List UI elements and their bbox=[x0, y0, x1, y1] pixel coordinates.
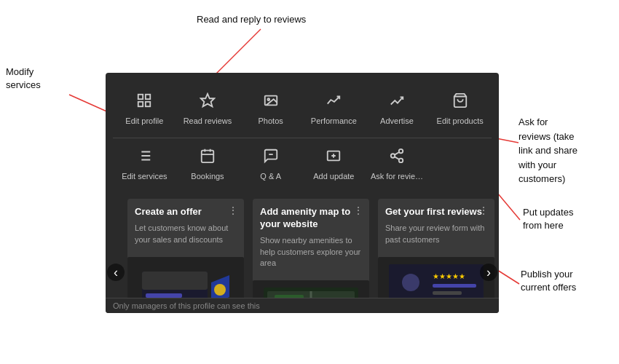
card-offer[interactable]: ⋮ Create an offer Let customers know abo… bbox=[127, 199, 244, 313]
edit-products-label: Edit products bbox=[437, 116, 484, 126]
ask-reviews-label: Ask for revie… bbox=[371, 172, 423, 181]
card-reviews-desc: Share your review form with past custome… bbox=[385, 223, 487, 245]
cards-wrapper: ‹ ⋮ Create an offer Let customers know a… bbox=[106, 194, 499, 313]
trend-icon bbox=[322, 89, 345, 112]
annotation-modify-services: Modify services bbox=[6, 66, 41, 92]
svg-text:★★★★★: ★★★★★ bbox=[433, 272, 465, 280]
empty-slot bbox=[428, 138, 492, 187]
card-amenity[interactable]: ⋮ Add amenity map to your website Show n… bbox=[253, 199, 369, 313]
edit-services-label: Edit services bbox=[122, 172, 167, 181]
photo-icon bbox=[259, 89, 283, 112]
prev-arrow[interactable]: ‹ bbox=[107, 264, 125, 281]
card-offer-menu[interactable]: ⋮ bbox=[228, 205, 238, 216]
cards-container: ⋮ Create an offer Let customers know abo… bbox=[106, 199, 499, 313]
card-offer-desc: Let customers know about your sales and … bbox=[135, 223, 237, 245]
svg-marker-9 bbox=[201, 94, 214, 106]
card-reviews-content: ⋮ Get your first reviews Share your revi… bbox=[378, 199, 494, 253]
card-reviews[interactable]: ⋮ Get your first reviews Share your revi… bbox=[378, 199, 494, 313]
add-img-icon bbox=[322, 144, 345, 167]
svg-point-47 bbox=[402, 274, 419, 291]
card-reviews-title: Get your first reviews bbox=[385, 206, 487, 218]
advertise-button[interactable]: Advertise bbox=[366, 83, 429, 132]
performance-button[interactable]: Performance bbox=[302, 83, 366, 132]
read-reviews-label: Read reviews bbox=[184, 116, 232, 126]
main-panel: Edit profile Read reviews Photos bbox=[106, 73, 499, 313]
edit-services-button[interactable]: Edit services bbox=[113, 138, 176, 187]
calendar-icon bbox=[196, 144, 219, 167]
annotation-put-updates: Put updates from here bbox=[523, 206, 573, 232]
svg-rect-5 bbox=[138, 95, 143, 99]
next-arrow[interactable]: › bbox=[480, 264, 497, 281]
qa-button[interactable]: Q & A bbox=[239, 138, 302, 187]
photos-button[interactable]: Photos bbox=[239, 83, 302, 132]
bookings-button[interactable]: Bookings bbox=[176, 138, 240, 187]
star-icon bbox=[196, 89, 219, 112]
card-reviews-menu[interactable]: ⋮ bbox=[478, 205, 489, 216]
icon-grid-row1: Edit profile Read reviews Photos bbox=[106, 73, 499, 138]
bag-icon bbox=[449, 89, 472, 112]
read-reviews-button[interactable]: Read reviews bbox=[176, 83, 240, 132]
card-amenity-menu[interactable]: ⋮ bbox=[353, 205, 363, 216]
annotation-ask-reviews: Ask for reviews (take link and share wit… bbox=[519, 115, 577, 186]
edit-products-button[interactable]: Edit products bbox=[428, 83, 492, 132]
share-icon bbox=[385, 144, 409, 167]
svg-point-28 bbox=[391, 154, 395, 158]
annotation-read-reviews: Read and reply to reviews bbox=[197, 13, 306, 26]
add-update-label: Add update bbox=[313, 172, 354, 181]
svg-point-37 bbox=[214, 284, 226, 296]
advertise-label: Advertise bbox=[380, 116, 414, 126]
svg-point-11 bbox=[267, 98, 269, 100]
ask-reviews-button[interactable]: Ask for revie… bbox=[366, 138, 429, 187]
svg-rect-7 bbox=[138, 102, 143, 106]
card-amenity-content: ⋮ Add amenity map to your website Show n… bbox=[253, 199, 369, 276]
edit-profile-button[interactable]: Edit profile bbox=[113, 83, 176, 132]
svg-rect-6 bbox=[146, 95, 150, 99]
performance-label: Performance bbox=[311, 116, 357, 126]
panel-footer: Only managers of this profile can see th… bbox=[106, 298, 499, 313]
qa-label: Q & A bbox=[260, 172, 281, 181]
add-update-button[interactable]: Add update bbox=[302, 138, 366, 187]
card-offer-content: ⋮ Create an offer Let customers know abo… bbox=[127, 199, 244, 253]
svg-rect-49 bbox=[433, 284, 476, 288]
card-offer-title: Create an offer bbox=[135, 206, 237, 218]
svg-point-29 bbox=[399, 159, 403, 163]
svg-line-31 bbox=[395, 152, 399, 155]
icon-grid-row2: Edit services Bookings Q & A bbox=[106, 138, 499, 194]
list-icon bbox=[133, 144, 156, 167]
svg-rect-50 bbox=[433, 291, 462, 295]
grid-icon bbox=[133, 89, 156, 112]
edit-profile-label: Edit profile bbox=[125, 116, 163, 126]
svg-rect-8 bbox=[146, 102, 150, 106]
svg-rect-33 bbox=[142, 272, 208, 290]
svg-line-30 bbox=[395, 157, 399, 160]
svg-rect-19 bbox=[202, 151, 214, 163]
bookings-label: Bookings bbox=[191, 172, 224, 181]
chat-icon bbox=[259, 144, 283, 167]
annotation-publish-offers: Publish your current offers bbox=[521, 268, 576, 294]
chart-icon bbox=[385, 89, 409, 112]
card-amenity-title: Add amenity map to your website bbox=[260, 206, 362, 231]
card-amenity-desc: Show nearby amenities to help customers … bbox=[260, 235, 362, 269]
svg-point-27 bbox=[399, 149, 403, 154]
photos-label: Photos bbox=[259, 116, 283, 126]
